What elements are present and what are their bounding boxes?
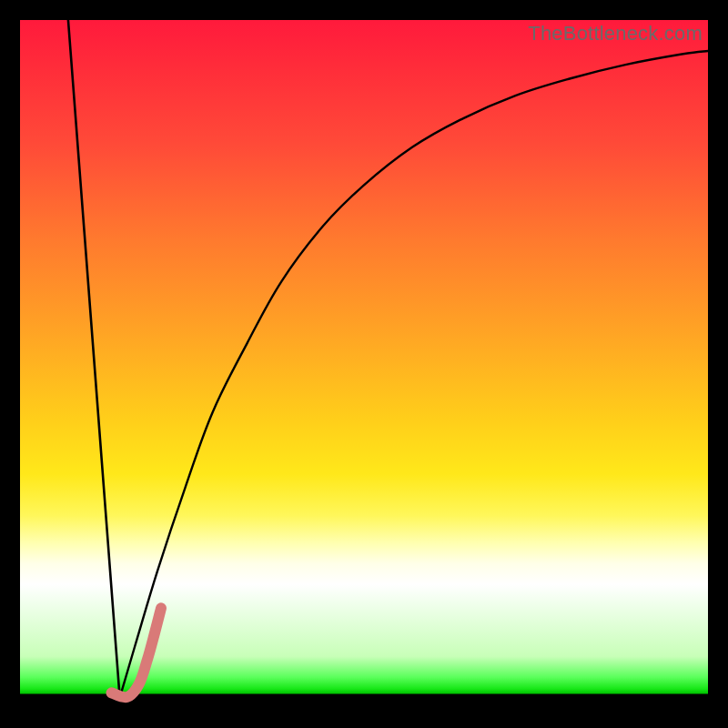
chart-frame: TheBottleneck.com xyxy=(0,0,728,728)
chart-plot-area: TheBottleneck.com xyxy=(20,20,708,708)
chart-svg xyxy=(20,20,708,708)
series-right-curve xyxy=(120,51,708,698)
series-left-descent xyxy=(68,20,120,698)
